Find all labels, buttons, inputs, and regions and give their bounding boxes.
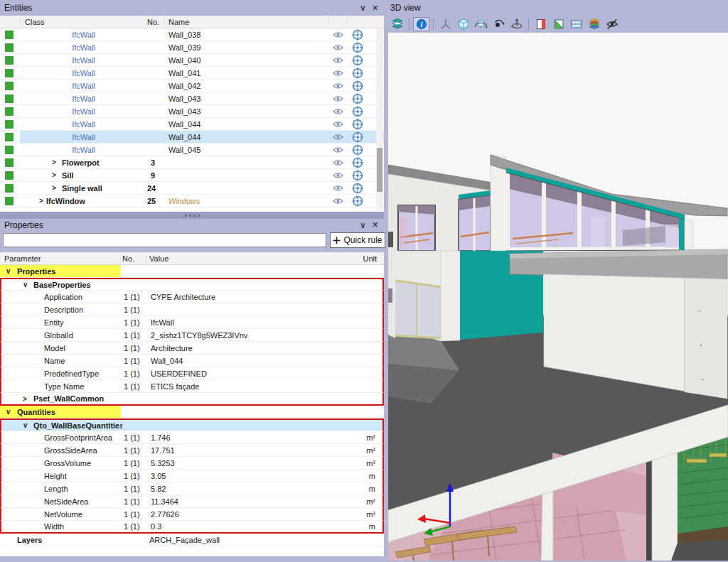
close-panel-icon[interactable]: ✕ <box>369 2 381 13</box>
visibility-eye-icon[interactable] <box>329 57 347 64</box>
parameter-cell[interactable]: Height <box>1 472 122 480</box>
parameter-cell[interactable]: Description <box>1 306 122 314</box>
property-row[interactable]: ∨ BaseProperties <box>0 278 384 291</box>
table-row[interactable]: IfcWall Wall_045 <box>0 144 384 156</box>
locate-target-icon[interactable] <box>347 80 368 92</box>
locate-target-icon[interactable] <box>347 131 368 143</box>
parameter-cell[interactable]: ∨ BaseProperties <box>1 281 122 289</box>
axes-icon[interactable] <box>437 17 454 31</box>
class-cell[interactable]: IfcWall <box>20 56 147 65</box>
column-header-unit[interactable]: Unit <box>353 254 384 263</box>
parameter-cell[interactable]: > Pset_WallCommon <box>1 394 122 403</box>
property-row[interactable]: Height 1 (1) 3.05 m <box>0 470 384 482</box>
table-row[interactable]: IfcWall Wall_044 <box>0 131 384 144</box>
property-row[interactable]: Description 1 (1) <box>0 303 384 316</box>
locate-target-icon[interactable] <box>347 67 368 79</box>
visibility-eye-icon[interactable] <box>329 185 347 192</box>
locate-target-icon[interactable] <box>347 119 368 130</box>
class-cell[interactable]: IfcWall <box>20 146 147 154</box>
expand-chevron-icon[interactable]: > <box>52 171 58 179</box>
parameter-cell[interactable]: Type Name <box>1 382 122 391</box>
visibility-eye-icon[interactable] <box>329 198 347 205</box>
visibility-eye-icon[interactable] <box>329 134 347 141</box>
layers-icon[interactable] <box>389 17 405 31</box>
expand-chevron-icon[interactable]: ∨ <box>23 281 29 288</box>
expand-chevron-icon[interactable]: > <box>23 395 29 403</box>
property-row[interactable]: Name 1 (1) Wall_044 <box>0 355 384 367</box>
panel-splitter[interactable] <box>0 212 384 219</box>
expand-chevron-icon[interactable]: > <box>52 158 58 166</box>
locate-target-icon[interactable] <box>347 183 368 194</box>
visibility-eye-icon[interactable] <box>329 82 347 90</box>
parameter-cell[interactable]: Model <box>1 344 122 352</box>
class-cell[interactable]: IfcWall <box>20 94 147 103</box>
property-row[interactable]: GrossVolume 1 (1) 5.3253 m³ <box>0 457 384 470</box>
view3d-canvas[interactable] <box>388 33 728 561</box>
column-header-no[interactable]: No. <box>147 16 165 28</box>
property-row[interactable]: Application 1 (1) CYPE Architecture <box>0 291 384 303</box>
visibility-eye-icon[interactable] <box>329 44 347 51</box>
property-row[interactable]: Width 1 (1) 0.3 m <box>0 521 384 534</box>
visibility-eye-icon[interactable] <box>329 108 347 115</box>
expand-chevron-icon[interactable]: > <box>39 197 45 205</box>
scrollbar-thumb[interactable] <box>377 148 382 192</box>
parameter-cell[interactable]: GrossVolume <box>1 459 122 468</box>
class-cell[interactable]: IfcWall <box>20 107 147 116</box>
locate-target-icon[interactable] <box>347 29 368 40</box>
class-cell[interactable]: IfcWall <box>20 43 147 52</box>
class-cell[interactable]: > Sill <box>20 171 147 180</box>
parameter-cell[interactable]: GrossFootprintArea <box>1 433 122 442</box>
class-cell[interactable]: IfcWall <box>20 120 147 129</box>
class-cell[interactable]: IfcWall <box>20 31 147 39</box>
column-header-name[interactable]: Name <box>165 16 329 28</box>
quick-rule-button[interactable]: Quick rule <box>330 232 385 248</box>
cube-icon[interactable] <box>455 17 471 31</box>
property-row[interactable]: GlobalId 1 (1) 2_sishz1TCY8g5WEZ3IVnv <box>0 329 384 342</box>
locate-target-icon[interactable] <box>347 144 368 156</box>
collapse-panel-icon[interactable]: ∨ <box>357 2 369 13</box>
visibility-eye-icon[interactable] <box>329 146 347 153</box>
class-cell[interactable]: > Flowerpot <box>20 158 147 167</box>
parameter-cell[interactable]: ∨ Properties <box>0 267 121 276</box>
section-plane-green-icon[interactable] <box>550 17 567 31</box>
property-row[interactable]: NetSideArea 1 (1) 11.3464 m² <box>0 495 384 508</box>
turntable-icon[interactable] <box>508 17 525 31</box>
locate-target-icon[interactable] <box>347 195 368 207</box>
locate-target-icon[interactable] <box>347 157 368 168</box>
parameter-cell[interactable]: NetSideArea <box>1 497 122 506</box>
collapse-panel-icon[interactable]: ∨ <box>357 220 369 231</box>
column-header-no[interactable]: No. <box>121 252 146 264</box>
visibility-eye-icon[interactable] <box>329 95 347 102</box>
table-row[interactable]: > Sill 9 <box>0 169 384 182</box>
table-row[interactable]: IfcWall Wall_041 <box>0 67 384 80</box>
table-row[interactable]: IfcWall Wall_043 <box>0 105 384 118</box>
table-row[interactable]: IfcWall Wall_039 <box>0 41 384 54</box>
parameter-cell[interactable]: NetVolume <box>1 510 122 519</box>
table-row[interactable]: IfcWall Wall_044 <box>0 118 384 131</box>
column-header-value[interactable]: Value <box>146 254 353 263</box>
table-row[interactable]: IfcWall Wall_040 <box>0 54 384 67</box>
parameter-cell[interactable]: GrossSideArea <box>1 446 122 455</box>
parameter-cell[interactable]: Layers <box>0 536 121 544</box>
table-row[interactable]: > IfcWindow 25 Windows <box>0 195 384 207</box>
locate-target-icon[interactable] <box>347 55 368 66</box>
expand-chevron-icon[interactable]: > <box>52 184 58 192</box>
property-row[interactable]: Model 1 (1) Architecture <box>0 342 384 355</box>
property-row[interactable]: ∨ Quantities <box>0 406 384 418</box>
property-row[interactable]: GrossFootprintArea 1 (1) 1.746 m² <box>0 431 384 444</box>
orbit-cube-icon[interactable] <box>473 17 489 31</box>
clip-horizontal-icon[interactable] <box>568 17 584 31</box>
table-row[interactable]: > Single wall 24 <box>0 182 384 195</box>
property-row[interactable]: NetVolume 1 (1) 2.77626 m³ <box>0 508 384 521</box>
visibility-eye-icon[interactable] <box>329 172 347 179</box>
parameter-cell[interactable]: GlobalId <box>1 331 122 340</box>
parameter-cell[interactable]: Width <box>1 522 122 531</box>
parameter-cell[interactable]: ∨ Qto_WallBaseQuantities <box>1 421 122 430</box>
layers-stack-color-icon[interactable] <box>586 17 602 31</box>
locate-target-icon[interactable] <box>347 170 368 181</box>
expand-chevron-icon[interactable]: ∨ <box>23 421 29 429</box>
class-cell[interactable]: > Single wall <box>20 184 147 193</box>
locate-target-icon[interactable] <box>347 42 368 53</box>
property-row[interactable]: ∨ Properties <box>0 265 384 278</box>
parameter-cell[interactable]: PredefinedType <box>1 369 122 378</box>
